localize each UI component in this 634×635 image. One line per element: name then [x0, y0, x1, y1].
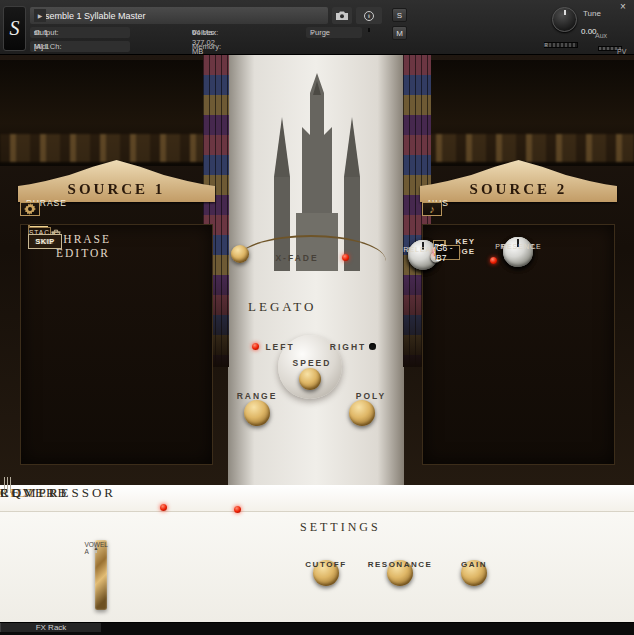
chevron-down-icon: ▼ — [34, 30, 39, 36]
camera-icon — [336, 11, 348, 20]
source2-panel: SOURCE 2 NUS ▼ ♪ SWELL — [420, 160, 617, 465]
speed-knob[interactable] — [299, 368, 321, 390]
source2-arch-header: SOURCE 2 — [420, 160, 617, 202]
rel-vol-led[interactable] — [490, 257, 497, 264]
tune-label: Tune — [583, 9, 601, 18]
next-instrument-button[interactable]: ▶ — [34, 9, 46, 22]
poly-knob[interactable] — [349, 400, 375, 426]
presence-label: PRESENCE — [495, 243, 542, 250]
instrument-title-bar[interactable]: Ensemble 1 Syllable Master ◀ ▶ — [30, 7, 328, 24]
xfade-label: X-FADE — [264, 253, 330, 263]
instrument-panel: X-FADE LEGATO LEFT RIGHT SPEED RANGE POL… — [0, 55, 634, 485]
legato-title: LEGATO — [248, 299, 316, 315]
bottom-tab-bar: Performance FX Rack — [0, 622, 634, 635]
vowel-select-value: VOWEL A — [84, 541, 107, 555]
purge-menu[interactable]: Purge ▼ — [306, 27, 362, 38]
meter-right-label: R — [544, 42, 548, 48]
aux-tab[interactable]: Aux — [595, 32, 607, 39]
settings-title: SETTINGS — [300, 520, 381, 535]
vowel-select[interactable]: ▲ VOWEL A — [95, 543, 97, 553]
legato-right-label: RIGHT — [328, 342, 368, 352]
fx-tab-bar: EQ FILTER COMPRESSOR REVERB — [0, 485, 634, 512]
ornate-stone-left — [0, 60, 208, 166]
kontakt-window: S Ensemble 1 Syllable Master ◀ ▶ i ▾ S M… — [0, 0, 634, 635]
tune-knob[interactable] — [552, 7, 577, 32]
ksw-range-value[interactable]: G6 - B7 — [435, 245, 460, 260]
xfade-knob[interactable] — [231, 245, 249, 263]
ornate-stone-right — [426, 60, 634, 166]
source1-body: PHRASE EDITOR ← ↻ 1CRESTAC 2DOSTAC 3KYST… — [20, 224, 213, 465]
chevron-down-icon: ▼ — [34, 44, 39, 50]
legato-right-led[interactable] — [369, 343, 376, 350]
memory-value: 377.02 MB — [192, 38, 215, 56]
info-button[interactable]: i ▾ — [356, 7, 382, 24]
legato-left-led[interactable] — [252, 343, 259, 350]
gain-label: GAIN — [461, 560, 487, 569]
instrument-title: Ensemble 1 Syllable Master — [34, 11, 146, 21]
snapshot-camera-button[interactable] — [332, 7, 352, 24]
fx-rack: EQ FILTER COMPRESSOR REVERB SETTINGS VOW… — [0, 485, 634, 622]
brand-letter: S — [10, 17, 20, 40]
speed-label: SPEED — [288, 358, 336, 368]
note-icon: ♪ — [429, 203, 435, 215]
output-select[interactable]: ≡ Output: st. 1 ▼ — [30, 27, 130, 38]
legato-left-label: LEFT — [263, 342, 297, 352]
pv-tab[interactable]: PV — [617, 48, 626, 55]
poly-label: POLY — [349, 391, 393, 401]
syllable-button-skip[interactable]: SKIP — [28, 234, 62, 249]
max-label: Max: — [202, 28, 218, 37]
source1-panel: SOURCE 1 PHRASE ▼ PHRASE EDITOR ← ↻ — [18, 160, 215, 465]
mute-button[interactable]: M — [392, 26, 407, 40]
keyswitch-section: KSW G6 - B7 — [423, 247, 460, 258]
tab-reverb[interactable]: REVERB — [0, 485, 69, 501]
kontakt-header: S Ensemble 1 Syllable Master ◀ ▶ i ▾ S M… — [0, 0, 634, 55]
source1-arch-header: SOURCE 1 — [18, 160, 215, 202]
source2-body: SWELL ATTACK RELEASE REL VOL — [422, 224, 615, 465]
close-icon[interactable]: × — [620, 1, 626, 12]
filter-active-led[interactable] — [234, 506, 241, 513]
info-caret-icon: ▾ — [368, 13, 371, 19]
midi-channel-select[interactable]: Midi Ch: [A] 1 ▼ — [30, 41, 130, 52]
brand-logo[interactable]: S — [3, 6, 26, 51]
chevron-down-icon: ▼ — [310, 30, 315, 36]
tab-fx-rack[interactable]: FX Rack — [1, 623, 101, 632]
gear-icon — [24, 203, 36, 215]
resonance-label: RESONANCE — [368, 560, 433, 569]
max-value: 64 — [192, 28, 200, 37]
xfade-led[interactable] — [342, 254, 349, 261]
presence-knob[interactable] — [503, 237, 533, 267]
source1-title: SOURCE 1 — [18, 181, 215, 198]
solo-button[interactable]: S — [392, 8, 407, 22]
range-knob[interactable] — [244, 400, 270, 426]
cutoff-label: CUTOFF — [305, 560, 346, 569]
source1-settings-button[interactable] — [20, 202, 40, 216]
source2-title: SOURCE 2 — [420, 181, 617, 198]
source2-note-button[interactable]: ♪ — [422, 202, 442, 216]
filter-enable-led[interactable] — [160, 504, 167, 511]
level-meter-bar — [544, 42, 578, 48]
